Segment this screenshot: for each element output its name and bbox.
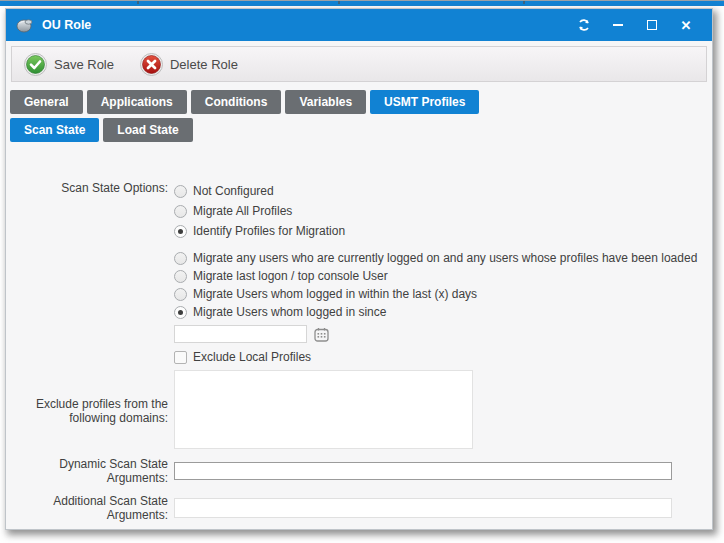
calendar-icon: [314, 327, 329, 342]
background-window-edge: [0, 0, 724, 6]
minimize-icon: [613, 24, 623, 26]
exclude-local-profiles-label: Exclude Local Profiles: [193, 350, 311, 364]
refresh-icon: [577, 18, 591, 32]
radio-label: Migrate any users who are currently logg…: [193, 251, 697, 265]
maximize-icon: [647, 20, 657, 30]
radio-label: Migrate last logon / top console User: [193, 269, 388, 283]
subtab-load-state[interactable]: Load State: [103, 118, 192, 142]
radio-icon[interactable]: [174, 270, 187, 283]
additional-scan-state-arguments-input[interactable]: [174, 498, 672, 518]
tab-usmt-profiles[interactable]: USMT Profiles: [370, 90, 479, 114]
toolbar: Save Role Delete Role: [11, 46, 707, 82]
maximize-button[interactable]: [640, 14, 664, 36]
scan-state-form: Scan State Options: Not Configured Migra…: [6, 181, 712, 522]
exclude-domains-label: Exclude profiles from the following doma…: [6, 397, 174, 425]
minimize-button[interactable]: [606, 14, 630, 36]
background-tab-separator: [338, 1, 340, 4]
delete-role-button[interactable]: Delete Role: [140, 53, 238, 76]
exclude-local-profiles-checkbox[interactable]: [174, 351, 187, 364]
radio-option-last-logon[interactable]: Migrate last logon / top console User: [174, 267, 712, 285]
delete-x-icon: [140, 53, 163, 76]
spacer: [6, 241, 712, 249]
window-title: OU Role: [42, 18, 572, 32]
radio-icon[interactable]: [174, 205, 187, 218]
radio-option-currently-logged-on[interactable]: Migrate any users who are currently logg…: [174, 249, 712, 267]
radio-option-last-x-days[interactable]: Migrate Users whom logged in within the …: [174, 285, 712, 303]
dynamic-scan-state-arguments-label: Dynamic Scan State Arguments:: [6, 457, 174, 485]
scan-state-options-label: Scan State Options:: [6, 181, 174, 241]
delete-role-label: Delete Role: [170, 57, 238, 72]
radio-icon[interactable]: [174, 288, 187, 301]
logged-in-since-date-row: [174, 324, 712, 344]
additional-scan-state-arguments-label: Additional Scan State Arguments:: [6, 494, 174, 522]
logged-in-since-date-input[interactable]: [174, 325, 307, 343]
save-check-icon: [24, 53, 47, 76]
radio-option-identify-profiles[interactable]: Identify Profiles for Migration: [174, 221, 712, 241]
ou-role-dialog: OU Role ✕: [5, 8, 713, 530]
radio-label: Migrate All Profiles: [193, 204, 292, 218]
radio-icon[interactable]: [174, 252, 187, 265]
radio-label: Identify Profiles for Migration: [193, 224, 345, 238]
radio-label: Migrate Users whom logged in since: [193, 305, 386, 319]
background-tab-separator: [523, 1, 525, 4]
exclude-domains-textarea[interactable]: [174, 370, 473, 449]
radio-label: Not Configured: [193, 184, 274, 198]
subtab-scan-state[interactable]: Scan State: [10, 118, 99, 142]
main-tabs: General Applications Conditions Variable…: [6, 90, 712, 114]
radio-option-migrate-all-profiles[interactable]: Migrate All Profiles: [174, 201, 712, 221]
close-icon: ✕: [681, 19, 692, 32]
tab-conditions[interactable]: Conditions: [191, 90, 282, 114]
radio-icon-selected[interactable]: [174, 225, 187, 238]
radio-icon[interactable]: [174, 185, 187, 198]
radio-option-not-configured[interactable]: Not Configured: [174, 181, 712, 201]
exclude-local-profiles-row[interactable]: Exclude Local Profiles: [174, 350, 712, 364]
title-bar: OU Role ✕: [6, 9, 712, 41]
dynamic-scan-state-arguments-input[interactable]: [174, 462, 672, 480]
radio-option-logged-in-since[interactable]: Migrate Users whom logged in since: [174, 303, 712, 321]
date-picker-button[interactable]: [313, 326, 329, 342]
radio-label: Migrate Users whom logged in within the …: [193, 287, 477, 301]
identify-profiles-subgroup: Migrate any users who are currently logg…: [174, 249, 712, 364]
save-role-button[interactable]: Save Role: [24, 53, 114, 76]
background-tab-separator: [137, 1, 139, 4]
ou-role-window-icon: [16, 17, 34, 33]
tab-general[interactable]: General: [10, 90, 83, 114]
refresh-button[interactable]: [572, 14, 596, 36]
tab-variables[interactable]: Variables: [285, 90, 366, 114]
scan-state-options-group: Not Configured Migrate All Profiles Iden…: [174, 181, 712, 241]
empty-label: [6, 249, 174, 364]
radio-icon-selected[interactable]: [174, 306, 187, 319]
window-controls: ✕: [572, 14, 698, 36]
close-button[interactable]: ✕: [674, 14, 698, 36]
save-role-label: Save Role: [54, 57, 114, 72]
tab-applications[interactable]: Applications: [87, 90, 187, 114]
usmt-subtabs: Scan State Load State: [6, 118, 712, 142]
